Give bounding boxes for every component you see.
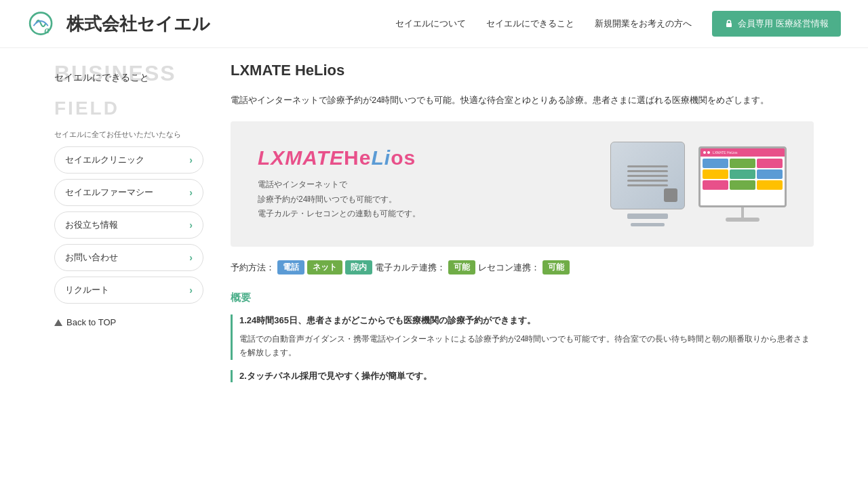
- device-illustration: [610, 142, 685, 209]
- sidebar-item-info[interactable]: お役立ち情報 ›: [54, 211, 203, 239]
- logo-icon: a: [27, 10, 61, 37]
- chevron-right-icon: ›: [189, 285, 193, 296]
- monitor-base: [726, 218, 760, 222]
- sidebar-item-clinic[interactable]: セイエルクリニック ›: [54, 146, 203, 174]
- monitor-screen: LXMATE HeLios: [698, 146, 787, 207]
- chevron-right-icon: ›: [189, 155, 193, 165]
- badge-net: ネット: [307, 260, 342, 274]
- badge-in-clinic: 院内: [345, 260, 372, 274]
- feature-title-2: 2.タッチパネル採用で見やすく操作が簡単です。: [239, 370, 814, 382]
- nav-about[interactable]: セイエルについて: [395, 18, 466, 30]
- main-nav: セイエルについて セイエルにできること 新規開業をお考えの方へ 会員専用 医療経…: [395, 11, 841, 37]
- logo-area: a 株式会社セイエル: [27, 10, 210, 37]
- svg-text:a: a: [44, 24, 49, 35]
- sidebar-main-title: セイエルにできること: [54, 72, 203, 84]
- monitor-grid: [701, 157, 785, 192]
- product-devices: LXMATE HeLios: [610, 142, 787, 226]
- chevron-right-icon: ›: [189, 187, 193, 198]
- nav-new-business[interactable]: 新規開業をお考えの方へ: [595, 18, 692, 30]
- section-overview-title: 概要: [231, 291, 814, 304]
- chevron-right-icon: ›: [189, 252, 193, 263]
- main-container: BUSINESS セイエルにできること FIELD セイエルに全てお任せいただい…: [27, 48, 841, 406]
- header: a 株式会社セイエル セイエルについて セイエルにできること 新規開業をお考えの…: [0, 0, 868, 48]
- badges-row: 予約方法： 電話 ネット 院内 電子カルテ連携： 可能 レセコン連携： 可能: [231, 260, 814, 274]
- badge-phone: 電話: [277, 260, 304, 274]
- feature-item-2: 2.タッチパネル採用で見やすく操作が簡単です。: [231, 370, 814, 382]
- hardware-device: [610, 142, 685, 226]
- lock-icon: [724, 19, 734, 28]
- monitor-stand: [741, 207, 744, 218]
- device-vents: [627, 165, 668, 186]
- triangle-up-icon: [54, 319, 62, 326]
- svg-rect-2: [726, 23, 732, 27]
- sidebar-item-recruit[interactable]: リクルート ›: [54, 277, 203, 304]
- sidebar-field-bg: FIELD: [54, 98, 203, 119]
- back-to-top-button[interactable]: Back to TOP: [54, 317, 203, 327]
- feature-desc-1: 電話での自動音声ガイダンス・携帯電話やインターネットによる診療予約が24時間いつ…: [239, 332, 814, 360]
- feature-item-1: 1.24時間365日、患者さまがどこからでも医療機関の診療予約ができます。 電話…: [231, 314, 814, 360]
- sidebar-section-label: セイエルに全てお任せいただいたなら: [54, 129, 203, 140]
- sidebar: BUSINESS セイエルにできること FIELD セイエルに全てお任せいただい…: [54, 62, 203, 392]
- badge-ehr-ok: 可能: [448, 260, 475, 274]
- monitor-device: LXMATE HeLios: [698, 146, 787, 222]
- product-banner: LXMATEHeLios 電話やインターネットで 診療予約が24時間いつでも可能…: [231, 121, 814, 247]
- device-base: [631, 223, 665, 226]
- sidebar-item-contact[interactable]: お問い合わせ ›: [54, 244, 203, 271]
- device-panel: [664, 188, 677, 202]
- product-logo: LXMATEHeLios: [258, 146, 420, 169]
- nav-services[interactable]: セイエルにできること: [486, 18, 574, 30]
- feature-title-1: 1.24時間365日、患者さまがどこからでも医療機関の診療予約ができます。: [239, 314, 814, 327]
- page-title: LXMATE HeLios: [231, 62, 814, 79]
- product-info-left: LXMATEHeLios 電話やインターネットで 診療予約が24時間いつでも可能…: [258, 146, 420, 222]
- sidebar-item-pharmacy[interactable]: セイエルファーマシー ›: [54, 179, 203, 206]
- badge-resecon-ok: 可能: [542, 260, 570, 274]
- product-desc: 電話やインターネットで 診療予約が24時間いつでも可能です。 電子カルテ・レセコ…: [258, 178, 420, 222]
- monitor-header: LXMATE HeLios: [701, 148, 785, 157]
- member-button[interactable]: 会員専用 医療経営情報: [712, 11, 841, 37]
- content-area: LXMATE HeLios 電話やインターネットで診療予約が24時間いつでも可能…: [231, 62, 814, 392]
- page-description: 電話やインターネットで診療予約が24時間いつでも可能。快適な待合室とゆとりある診…: [231, 93, 814, 108]
- logo-text: 株式会社セイエル: [66, 12, 210, 36]
- chevron-right-icon: ›: [189, 220, 193, 230]
